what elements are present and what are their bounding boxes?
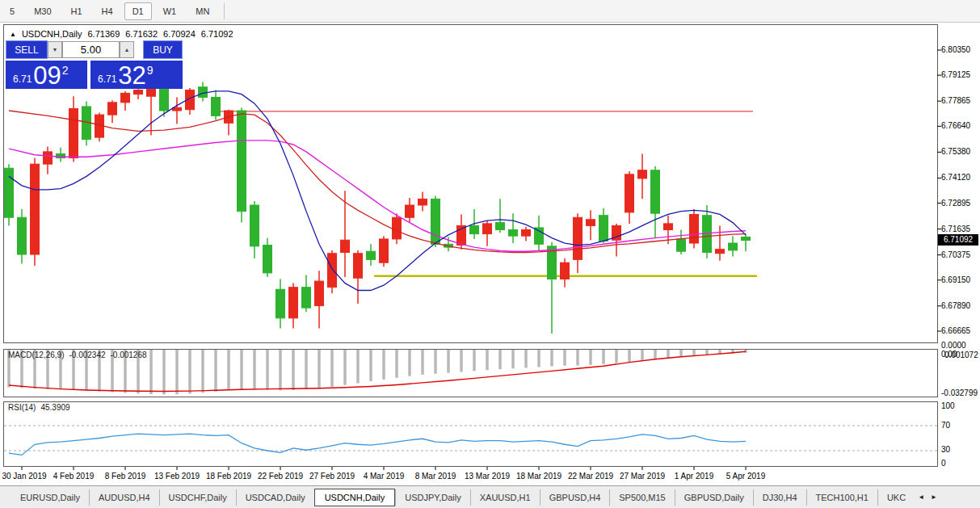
sell-price-display[interactable]: 6.71 09 2 xyxy=(6,61,87,89)
sell-button[interactable]: SELL xyxy=(6,40,48,59)
timeframe-button-h4[interactable]: H4 xyxy=(94,2,121,20)
ohlc-open: 6.71369 xyxy=(87,29,120,39)
date-axis-label: 22 Mar 2019 xyxy=(568,472,613,481)
date-axis-label: 27 Feb 2019 xyxy=(309,472,355,481)
rsi-axis-0: 0 xyxy=(941,459,946,468)
rsi-axis-70: 70 xyxy=(941,421,950,430)
date-axis-label: 18 Feb 2019 xyxy=(206,472,251,481)
symbol-header: ▲ USDCNH,Daily 6.71369 6.71632 6.70924 6… xyxy=(10,29,233,39)
tab-eurusd-daily[interactable]: EURUSD,Daily xyxy=(11,489,89,506)
tab-gbpusd-h4[interactable]: GBPUSD,H4 xyxy=(540,489,610,506)
date-axis-label: 8 Mar 2019 xyxy=(415,472,456,481)
date-axis-label: 13 Feb 2019 xyxy=(154,472,200,481)
buy-price-display[interactable]: 6.71 32 9 xyxy=(90,61,183,89)
price-axis-label: 6.75380 xyxy=(941,147,970,156)
collapse-triangle-icon[interactable]: ▲ xyxy=(10,31,16,38)
volume-decrease-button[interactable]: ▼ xyxy=(48,41,62,58)
sell-price-prefix: 6.71 xyxy=(13,73,32,85)
volume-input[interactable]: 5.00 xyxy=(62,41,120,58)
one-click-trade-panel: SELL ▼ 5.00 ▲ BUY 6.71 09 2 6.71 32 9 xyxy=(6,40,183,89)
timeframe-button-5[interactable]: 5 xyxy=(2,2,23,20)
rsi-value: 45.3909 xyxy=(40,403,69,412)
macd-value-main: -0.002342 xyxy=(69,351,105,359)
rsi-header: RSI(14) 45.3909 xyxy=(8,403,70,412)
tab-usdcnh-daily[interactable]: USDCNH,Daily xyxy=(314,489,396,506)
date-axis-label: 27 Mar 2019 xyxy=(620,472,665,481)
toolbar-separator xyxy=(224,3,225,19)
tab-sp500-m15[interactable]: SP500,M15 xyxy=(609,489,674,506)
date-axis-label: 22 Feb 2019 xyxy=(258,472,303,481)
rsi-name: RSI(14) xyxy=(8,403,36,412)
price-axis-label: 6.74120 xyxy=(941,173,970,182)
tab-usdcad-daily[interactable]: USDCAD,Daily xyxy=(236,489,314,506)
tab-usdchf-daily[interactable]: USDCHF,Daily xyxy=(159,489,236,506)
price-axis-label: 6.71635 xyxy=(941,225,970,233)
timeframe-button-d1[interactable]: D1 xyxy=(124,2,152,20)
date-axis-label: 4 Feb 2019 xyxy=(53,472,95,481)
date-axis-label: 4 Mar 2019 xyxy=(364,472,405,481)
price-axis-label: 6.76640 xyxy=(941,121,970,130)
current-price-tag: 6.71092 xyxy=(938,234,978,246)
price-axis-label: 6.66665 xyxy=(941,326,970,335)
price-axis-label: 6.79125 xyxy=(941,70,970,79)
price-axis-label: 6.70375 xyxy=(941,250,970,259)
sell-price-big-digits: 09 xyxy=(33,62,61,89)
timeframe-button-h1[interactable]: H1 xyxy=(63,2,90,20)
buy-button[interactable]: BUY xyxy=(143,40,183,59)
price-axis-label: 6.69150 xyxy=(941,275,970,284)
date-axis-label: 1 Apr 2019 xyxy=(675,472,713,481)
buy-price-big-digits: 32 xyxy=(118,62,145,89)
sell-price-pip-digit: 2 xyxy=(62,64,69,77)
buy-price-prefix: 6.71 xyxy=(98,73,116,85)
ohlc-low: 6.70924 xyxy=(163,29,196,39)
date-axis-label: 5 Apr 2019 xyxy=(726,472,765,481)
date-axis-label: 13 Mar 2019 xyxy=(465,472,510,481)
timeframe-button-w1[interactable]: W1 xyxy=(155,2,185,20)
rsi-axis-100: 100 xyxy=(941,401,955,410)
tab-dj30-h4[interactable]: DJ30,H4 xyxy=(753,489,806,506)
macd-axis-zero: 0.0000 xyxy=(941,341,966,350)
macd-header: MACD(12,26,9) -0.002342 -0.001268 xyxy=(8,351,147,359)
chart-tab-bar: EURUSD,DailyAUDUSD,H4USDCHF,DailyUSDCAD,… xyxy=(0,485,980,508)
buy-price-pip-digit: 9 xyxy=(147,64,154,77)
trading-platform-window: ▲ USDCNH,Daily 6.71369 6.71632 6.70924 6… xyxy=(0,0,980,508)
tab-audusd-h4[interactable]: AUDUSD,H4 xyxy=(89,489,159,506)
rsi-axis-30: 30 xyxy=(941,445,950,454)
price-axis-label: 6.77865 xyxy=(941,96,970,105)
tab-scroll-right-icon[interactable]: ► xyxy=(927,493,940,501)
timeframe-button-mn[interactable]: MN xyxy=(187,2,217,20)
macd-axis-min: -0.032799 xyxy=(941,388,978,397)
date-axis-label: 8 Feb 2019 xyxy=(105,472,146,481)
volume-increase-button[interactable]: ▲ xyxy=(120,41,134,58)
price-axis-label: 6.72895 xyxy=(941,199,970,208)
ohlc-high: 6.71632 xyxy=(125,29,158,39)
tab-ukc[interactable]: UKC xyxy=(877,489,915,506)
date-axis-label: 18 Mar 2019 xyxy=(516,472,562,481)
tab-xauusd-h1[interactable]: XAUUSD,H1 xyxy=(470,489,540,506)
timeframe-button-m30[interactable]: M30 xyxy=(26,2,59,20)
timeframe-toolbar: 5M30H1H4D1W1MN xyxy=(0,0,980,23)
macd-value-signal: -0.001268 xyxy=(111,351,147,359)
tab-gbpusd-daily[interactable]: GBPUSD,Daily xyxy=(675,489,753,506)
ohlc-close: 6.71092 xyxy=(201,29,233,39)
price-axis-label: 6.80350 xyxy=(941,45,970,54)
tab-usdjpy-daily[interactable]: USDJPY,Daily xyxy=(395,489,470,506)
price-axis-label: 6.67890 xyxy=(941,301,970,310)
tab-scroll-left-icon[interactable]: ◄ xyxy=(915,493,927,501)
tab-tech100-h1[interactable]: TECH100,H1 xyxy=(806,489,877,506)
symbol-title: USDCNH,Daily xyxy=(22,29,82,39)
macd-name: MACD(12,26,9) xyxy=(8,351,64,359)
macd-axis-overlap-b: 0.001072 xyxy=(944,351,978,359)
chart-region: ▲ USDCNH,Daily 6.71369 6.71632 6.70924 6… xyxy=(0,0,980,485)
date-axis-label: 30 Jan 2019 xyxy=(2,472,46,481)
